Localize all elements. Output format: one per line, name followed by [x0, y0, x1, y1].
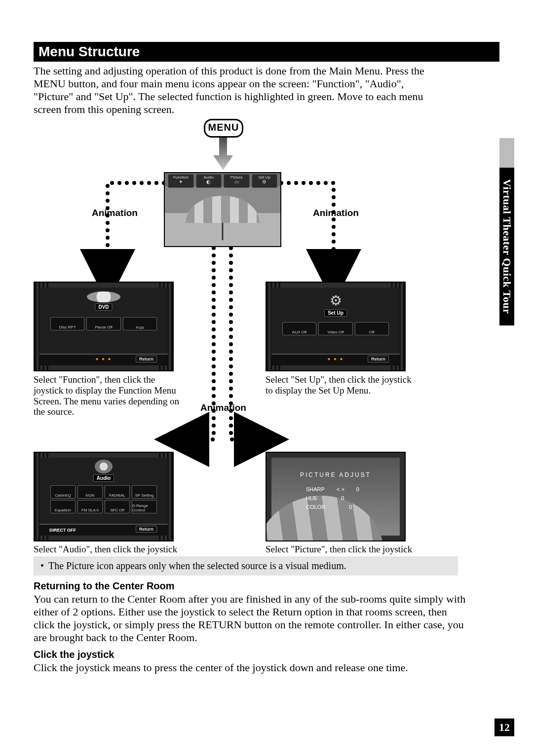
- main-icon-function: Function✦: [168, 174, 194, 188]
- returning-heading: Returning to the Center Room: [34, 580, 499, 592]
- function-title: DVD: [95, 303, 112, 311]
- click-joystick-body: Click the joystick means to press the ce…: [34, 661, 468, 674]
- main-icon-picture: Picture▭: [224, 174, 250, 188]
- btn-video-off: Video Off: [318, 322, 352, 335]
- btn-sfcoff: SFC Off: [105, 500, 130, 513]
- note-bar: The Picture icon appears only when the s…: [34, 556, 458, 576]
- menu-button: MENU: [204, 119, 243, 138]
- btn-disc-rpt: Disc RPT: [50, 317, 84, 330]
- btn-equalizer: Equalizer: [50, 500, 76, 513]
- return-button: Return: [136, 356, 157, 362]
- main-icon-setup: Set Up⚙: [252, 174, 278, 188]
- main-icon-audio: Audio◐: [196, 174, 222, 188]
- picture-adjust-rows: SHARP< >0 HUE0 COLOR0: [306, 485, 359, 511]
- picture-menu-screen: PICTURE ADJUST SHARP< >0 HUE0 COLOR0: [266, 452, 406, 541]
- btn-spsetting: SP Setting: [132, 485, 157, 499]
- btn-pause: PGM: [123, 317, 157, 330]
- intro-paragraph: The setting and adjusting operation of t…: [34, 65, 443, 116]
- btn-off: Off: [355, 322, 389, 335]
- return-button: Return: [368, 356, 389, 362]
- page-dots: ● ● ●: [327, 356, 343, 361]
- btn-drange: D.Range Control: [132, 500, 157, 513]
- arrow-down-icon: [213, 138, 233, 170]
- page-dots: ● ● ●: [95, 356, 112, 361]
- caption-setup: Select "Set Up", then click the joystick…: [266, 374, 414, 396]
- page-number: 12: [495, 719, 514, 736]
- audio-menu-screen: Audio CabinEQ NON FAD/BAL SP Setting Equ…: [34, 452, 174, 541]
- btn-fadbal: FAD/BAL: [105, 485, 130, 499]
- btn-fmsla: FM SLA 0: [77, 500, 103, 513]
- returning-body: You can return to the Center Room after …: [34, 593, 468, 644]
- direct-off-label: DIRECT OFF: [49, 528, 76, 533]
- picture-adjust-title: PICTURE ADJUST: [271, 471, 400, 478]
- section-header: Menu Structure: [34, 42, 499, 62]
- setup-title: Set Up: [324, 309, 347, 317]
- speaker-icon: [95, 460, 113, 473]
- side-tab-label: Virtual Theater Quick Tour: [500, 179, 513, 314]
- click-joystick-heading: Click the joystick: [34, 649, 499, 660]
- btn-cabineq: CabinEQ: [50, 485, 76, 499]
- caption-function: Select "Function", then click the joysti…: [34, 374, 182, 417]
- umbrella-graphic: [186, 196, 260, 240]
- btn-aux-off: AUX Off: [282, 322, 316, 335]
- main-menu-screen: Function✦ Audio◐ Picture▭ Set Up⚙: [164, 172, 281, 247]
- return-button: Return: [136, 526, 157, 533]
- setup-menu-screen: ⚙ Set Up AUX Off Video Off Off ● ● ● Ret…: [266, 282, 406, 371]
- btn-pause-off: Pause Off: [86, 317, 120, 330]
- btn-non: NON: [77, 485, 103, 499]
- disc-icon: [87, 291, 120, 302]
- animation-label-left: Animation: [92, 208, 138, 218]
- menu-structure-diagram: MENU Function✦ Audio◐ Picture▭ Set Up⚙ A…: [34, 119, 438, 550]
- gear-icon: ⚙: [327, 292, 344, 309]
- animation-label-right: Animation: [313, 208, 359, 218]
- animation-label-center: Animation: [200, 402, 246, 413]
- function-menu-screen: DVD Disc RPT Pause Off PGM ● ● ● Return: [34, 282, 174, 371]
- side-tab: Virtual Theater Quick Tour: [499, 138, 514, 325]
- audio-title: Audio: [93, 474, 114, 482]
